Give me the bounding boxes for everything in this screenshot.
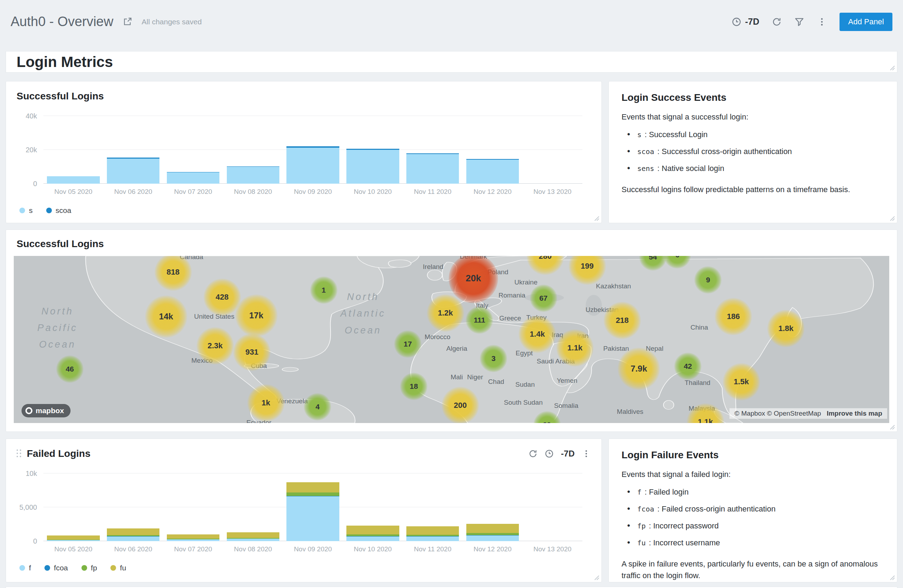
bar-nov-06-2020[interactable] xyxy=(107,158,159,183)
map-cluster-bubble[interactable]: 20k xyxy=(449,256,498,303)
map-cluster-bubble[interactable]: 1.8k xyxy=(767,310,805,347)
bar-nov-08-2020[interactable] xyxy=(227,166,279,183)
bar-segment-f[interactable] xyxy=(47,540,99,541)
panel-time-range[interactable]: -7D xyxy=(561,449,574,459)
resize-handle-icon[interactable] xyxy=(889,215,895,221)
bar-nov-09-2020[interactable] xyxy=(286,482,339,541)
bar-nov-11-2020[interactable] xyxy=(406,526,459,541)
bar-segment-fu[interactable] xyxy=(466,524,519,533)
bar-segment-f[interactable] xyxy=(107,536,159,541)
bar-nov-05-2020[interactable] xyxy=(47,176,99,183)
map-cluster-bubble[interactable]: 3 xyxy=(480,345,507,372)
bar-segment-fu[interactable] xyxy=(227,532,279,538)
map-cluster-bubble[interactable]: 69 xyxy=(533,411,561,423)
world-map[interactable]: North Pacific OceanNorth Atlantic OceanC… xyxy=(14,256,889,423)
drag-handle-icon[interactable] xyxy=(17,450,22,458)
bar-segment-f[interactable] xyxy=(286,496,339,541)
map-cluster-bubble[interactable]: 54 xyxy=(639,256,667,271)
panel-kebab-icon[interactable] xyxy=(582,449,591,458)
bar-segment-s[interactable] xyxy=(346,150,399,183)
map-cluster-bubble[interactable]: 42 xyxy=(674,353,702,380)
bar-nov-08-2020[interactable] xyxy=(227,532,279,541)
map-cluster-bubble[interactable]: 9 xyxy=(694,266,722,294)
bar-nov-10-2020[interactable] xyxy=(346,149,399,183)
bar-segment-s[interactable] xyxy=(466,160,519,183)
map-cluster-bubble[interactable]: 6 xyxy=(664,256,691,269)
map-cluster-bubble[interactable]: 2.3k xyxy=(197,327,234,364)
map-cluster-bubble[interactable]: 7.9k xyxy=(618,348,660,390)
map-cluster-bubble[interactable]: 1k xyxy=(247,384,285,422)
bar-segment-f[interactable] xyxy=(346,536,399,541)
map-cluster-bubble[interactable]: 1.2k xyxy=(427,294,464,332)
bar-segment-s[interactable] xyxy=(167,172,219,183)
legend-item-f[interactable]: f xyxy=(19,564,31,572)
map-cluster-bubble[interactable]: 818 xyxy=(154,256,192,291)
map-cluster-bubble[interactable]: 280 xyxy=(527,256,564,275)
bar-nov-07-2020[interactable] xyxy=(167,172,219,183)
legend-item-fu[interactable]: fu xyxy=(110,564,126,572)
map-cluster-bubble[interactable]: 199 xyxy=(569,256,606,285)
bar-nov-10-2020[interactable] xyxy=(346,525,399,541)
map-cluster-bubble[interactable]: 18 xyxy=(400,373,428,400)
map-cluster-bubble[interactable]: 186 xyxy=(715,298,752,335)
resize-handle-icon[interactable] xyxy=(889,64,895,71)
bar-segment-s[interactable] xyxy=(406,154,459,183)
map-cluster-bubble[interactable]: 218 xyxy=(604,302,641,339)
map-cluster-bubble[interactable]: 46 xyxy=(56,355,83,383)
map-cluster-bubble[interactable]: 14k xyxy=(145,295,187,338)
bar-nov-11-2020[interactable] xyxy=(406,153,459,183)
bar-segment-f[interactable] xyxy=(406,536,459,541)
bar-segment-fp[interactable] xyxy=(286,492,339,496)
legend-item-s[interactable]: s xyxy=(19,206,33,215)
map-cluster-bubble[interactable]: 17 xyxy=(394,330,422,358)
bar-segment-fu[interactable] xyxy=(346,525,399,535)
map-cluster-bubble[interactable]: 1.5k xyxy=(723,363,760,400)
bar-segment-s[interactable] xyxy=(107,158,159,183)
bar-segment-fu[interactable] xyxy=(406,526,459,535)
bar-segment-s[interactable] xyxy=(227,167,279,183)
bar-segment-fu[interactable] xyxy=(47,535,99,540)
map-cluster-bubble[interactable]: 1.1k xyxy=(556,329,594,367)
legend-item-fp[interactable]: fp xyxy=(82,564,98,572)
bar-segment-fu[interactable] xyxy=(107,528,159,535)
more-options-button[interactable] xyxy=(817,17,827,27)
map-cluster-bubble[interactable]: 428 xyxy=(203,279,241,316)
map-cluster-bubble[interactable]: 1 xyxy=(310,276,338,304)
bar-segment-s[interactable] xyxy=(286,148,339,183)
bar-segment-s[interactable] xyxy=(47,176,99,183)
bar-nov-07-2020[interactable] xyxy=(167,535,219,541)
panel-clock-icon[interactable] xyxy=(544,449,554,458)
bar-nov-12-2020[interactable] xyxy=(466,159,519,183)
resize-handle-icon[interactable] xyxy=(593,574,599,580)
map-cluster-bubble[interactable]: 200 xyxy=(442,387,479,423)
add-panel-button[interactable]: Add Panel xyxy=(840,13,892,31)
filter-button[interactable] xyxy=(794,17,804,27)
map-cluster-bubble[interactable]: 4 xyxy=(304,393,331,420)
legend-item-scoa[interactable]: scoa xyxy=(46,206,71,215)
bar-nov-06-2020[interactable] xyxy=(107,528,159,541)
bar-nov-12-2020[interactable] xyxy=(466,524,519,541)
time-range-button[interactable]: -7D xyxy=(732,17,759,27)
map-cluster-bubble[interactable]: 931 xyxy=(233,334,271,371)
resize-handle-icon[interactable] xyxy=(889,423,895,430)
attribution-text[interactable]: © Mapbox © OpenStreetMap xyxy=(735,409,821,417)
legend-item-fcoa[interactable]: fcoa xyxy=(44,564,68,572)
refresh-button[interactable] xyxy=(772,17,782,27)
resize-handle-icon[interactable] xyxy=(889,574,895,580)
mapbox-logo[interactable]: mapbox xyxy=(22,404,71,417)
map-cluster-bubble[interactable]: 111 xyxy=(466,306,493,334)
resize-handle-icon[interactable] xyxy=(593,215,599,221)
bar-segment-f[interactable] xyxy=(227,539,279,541)
bar-segment-fu[interactable] xyxy=(286,482,339,492)
panel-refresh-icon[interactable] xyxy=(529,449,538,458)
bar-nov-09-2020[interactable] xyxy=(286,146,339,183)
bar-segment-fu[interactable] xyxy=(167,535,219,539)
map-cluster-bubble[interactable]: 67 xyxy=(530,284,557,312)
bar-segment-f[interactable] xyxy=(167,539,219,541)
bar-nov-05-2020[interactable] xyxy=(47,535,99,541)
bar-segment-f[interactable] xyxy=(466,535,519,541)
improve-map-link[interactable]: Improve this map xyxy=(827,409,882,417)
map-cluster-bubble[interactable]: 17k xyxy=(235,294,278,337)
share-dashboard-icon[interactable] xyxy=(123,17,132,27)
map-cluster-bubble[interactable]: 1.4k xyxy=(519,315,556,353)
